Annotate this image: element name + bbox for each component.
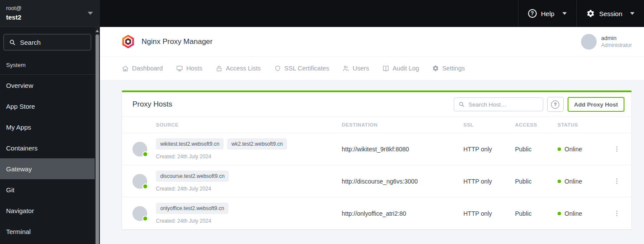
table-row[interactable]: discourse.test2.websoft9.cn Created: 24t… — [122, 165, 632, 197]
topbar: ? Help Session — [100, 0, 644, 27]
scrollbar-thumb[interactable] — [96, 34, 99, 244]
search-icon — [9, 39, 16, 46]
column-access: ACCESS — [510, 117, 552, 133]
sidebar-item-overview[interactable]: Overview — [0, 75, 95, 96]
sidebar-scrollbar[interactable] — [95, 27, 100, 244]
ssl-value: HTTP only — [458, 197, 510, 230]
chevron-down-icon — [88, 12, 93, 15]
table-header-row: SOURCE DESTINATION SSL ACCESS STATUS — [122, 117, 632, 133]
status-badge: Online — [558, 178, 596, 185]
tab-label: Users — [353, 65, 369, 72]
content-area: Proxy Hosts ? Add Proxy Host — [100, 80, 644, 244]
source-domain-badge: wikitest.test2.websoft9.cn — [156, 138, 224, 150]
created-date: Created: 24th July 2024 — [156, 218, 331, 224]
table-row[interactable]: onlyoffice.test2.websoft9.cn Created: 24… — [122, 197, 632, 230]
destination-url: http://discourse_ng6vs:3000 — [337, 165, 458, 197]
column-destination: DESTINATION — [337, 117, 458, 133]
chevron-down-icon — [630, 12, 634, 15]
source-domain-badge: wk2.test2.websoft9.cn — [227, 138, 287, 150]
scroll-up-arrow-icon[interactable] — [96, 30, 99, 32]
gear-icon — [586, 9, 595, 18]
help-icon: ? — [528, 9, 537, 18]
help-menu[interactable]: ? Help — [518, 0, 576, 27]
host-name-label: test2 — [6, 13, 22, 22]
help-icon: ? — [551, 100, 559, 109]
app-header: Nginx Proxy Manager admin Administrator — [100, 27, 644, 57]
host-switcher[interactable]: root@ test2 — [0, 0, 100, 27]
sidebar-item-gateway[interactable]: Gateway — [0, 158, 95, 179]
online-indicator-dot — [142, 216, 148, 221]
session-menu[interactable]: Session — [576, 0, 644, 27]
host-avatar — [132, 206, 147, 221]
tab-ssl-certificates[interactable]: SSL Certificates — [274, 65, 329, 72]
created-date: Created: 24th July 2024 — [156, 154, 331, 160]
destination-url: http://wikitest_9r8kf:8080 — [337, 133, 458, 165]
lock-icon — [215, 65, 223, 72]
help-label: Help — [541, 10, 555, 17]
column-actions — [601, 117, 632, 133]
sidebar-item-git[interactable]: Git — [0, 179, 95, 200]
tab-settings[interactable]: Settings — [432, 65, 465, 72]
host-avatar — [132, 174, 147, 189]
add-proxy-host-button[interactable]: Add Proxy Host — [568, 97, 624, 112]
row-actions-kebab-icon[interactable] — [612, 208, 621, 219]
sidebar-nav: Overview App Store My Apps Containers Ga… — [0, 75, 95, 242]
row-actions-kebab-icon[interactable] — [612, 144, 621, 154]
column-ssl: SSL — [458, 117, 510, 133]
status-dot-icon — [558, 212, 561, 215]
sidebar-item-terminal[interactable]: Terminal — [0, 221, 95, 242]
column-status: STATUS — [552, 117, 601, 133]
page-title: Nginx Proxy Manager — [142, 37, 212, 46]
proxy-hosts-table: SOURCE DESTINATION SSL ACCESS STATUS — [122, 117, 632, 230]
status-dot-icon — [558, 147, 561, 151]
chevron-down-icon — [562, 12, 567, 15]
tab-label: Access Lists — [226, 65, 261, 72]
proxy-hosts-card: Proxy Hosts ? Add Proxy Host — [122, 90, 632, 230]
status-dot-icon — [558, 180, 561, 183]
sidebar-item-containers[interactable]: Containers — [0, 137, 95, 158]
sidebar-item-app-store[interactable]: App Store — [0, 96, 95, 117]
sidebar-item-my-apps[interactable]: My Apps — [0, 117, 95, 137]
status-badge: Online — [558, 210, 596, 217]
row-actions-kebab-icon[interactable] — [612, 176, 621, 187]
npm-nav-tabs: Dashboard Hosts Access Lists SSL Certifi… — [100, 57, 644, 80]
status-label: Online — [565, 178, 582, 185]
sidebar-search[interactable] — [3, 34, 91, 50]
main-area: ? Help Session — [100, 0, 644, 244]
session-label: Session — [599, 10, 622, 17]
card-title: Proxy Hosts — [132, 100, 172, 109]
host-search-input[interactable] — [454, 97, 543, 111]
monitor-icon — [176, 65, 183, 72]
tab-label: SSL Certificates — [284, 65, 329, 72]
access-value: Public — [510, 197, 552, 230]
destination-url: http://onlyoffice_atri2:80 — [337, 197, 458, 230]
column-source: SOURCE — [151, 117, 337, 133]
status-badge: Online — [558, 146, 596, 153]
panel-help-button[interactable]: ? — [547, 97, 564, 112]
search-icon — [458, 101, 465, 108]
tab-hosts[interactable]: Hosts — [176, 65, 202, 72]
home-icon — [122, 65, 129, 72]
tab-access-lists[interactable]: Access Lists — [215, 65, 261, 72]
sidebar-search-input[interactable] — [20, 39, 86, 46]
gear-icon — [432, 65, 439, 72]
user-menu[interactable]: admin Administrator — [581, 34, 632, 50]
tab-label: Hosts — [186, 65, 202, 72]
users-icon — [342, 65, 350, 72]
app-root: root@ test2 System Overview App Store My… — [0, 0, 644, 244]
ssl-value: HTTP only — [458, 133, 510, 165]
tab-users[interactable]: Users — [342, 65, 369, 72]
user-role: Administrator — [601, 42, 632, 49]
sidebar-section-label: System — [0, 62, 95, 75]
host-user-label: root@ — [6, 4, 22, 13]
host-search[interactable] — [454, 97, 543, 111]
tab-label: Dashboard — [132, 65, 163, 72]
nginx-proxy-manager-logo-icon — [122, 34, 135, 49]
ssl-value: HTTP only — [458, 165, 510, 197]
tab-audit-log[interactable]: Audit Log — [382, 65, 419, 72]
book-icon — [382, 65, 390, 72]
status-label: Online — [565, 146, 582, 153]
tab-dashboard[interactable]: Dashboard — [122, 65, 163, 72]
table-row[interactable]: wikitest.test2.websoft9.cn wk2.test2.web… — [122, 133, 632, 165]
sidebar-item-navigator[interactable]: Navigator — [0, 200, 95, 221]
